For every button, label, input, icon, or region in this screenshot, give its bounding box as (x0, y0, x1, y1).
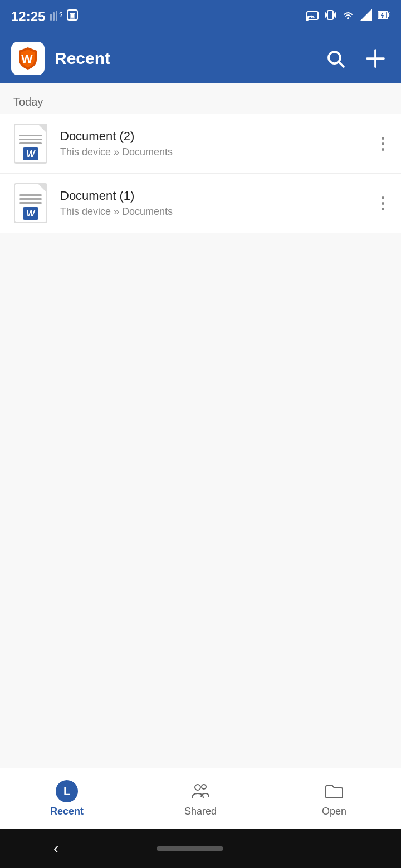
dot (382, 137, 384, 140)
cast-icon (306, 9, 319, 24)
app-logo: W (11, 42, 45, 75)
file-icon-doc1: W (11, 184, 50, 223)
file-path: This device » Documents (60, 206, 376, 218)
word-doc-thumbnail: W (14, 124, 47, 164)
svg-rect-0 (50, 14, 52, 21)
svg-text:▣: ▣ (69, 12, 75, 19)
status-left: 12:25 ? ▣ (11, 9, 79, 24)
toolbar: W Recent (0, 33, 401, 83)
signal-strength-icon (360, 9, 372, 24)
file-more-button[interactable] (376, 131, 390, 156)
dot (382, 196, 384, 199)
back-button[interactable]: ‹ (45, 835, 67, 862)
doc-line (19, 198, 42, 200)
word-doc-thumbnail: W (14, 183, 47, 223)
shared-icon (189, 780, 212, 802)
plus-icon (365, 48, 385, 68)
doc-line (19, 142, 42, 144)
recent-icon: L (56, 780, 78, 802)
tab-shared[interactable]: Shared (134, 768, 267, 829)
home-pill[interactable] (157, 846, 223, 851)
status-time: 12:25 (11, 9, 45, 24)
file-info-doc1: Document (1) This device » Documents (60, 189, 376, 218)
back-icon: ‹ (53, 840, 58, 857)
dot (382, 202, 384, 205)
toolbar-actions (321, 44, 390, 73)
file-name: Document (2) (60, 129, 376, 144)
svg-marker-10 (360, 9, 372, 21)
svg-line-18 (339, 62, 344, 67)
svg-point-22 (202, 785, 206, 789)
word-badge: W (23, 147, 38, 160)
file-item[interactable]: W Document (2) This device » Documents (0, 114, 401, 174)
svg-text:?: ? (59, 11, 62, 19)
toolbar-title: Recent (55, 49, 311, 68)
bottom-nav: L Recent Shared Open (0, 768, 401, 829)
tab-open[interactable]: Open (267, 768, 401, 829)
main-content: Today W Document (2) This device » Docum… (0, 83, 401, 768)
svg-text:W: W (21, 52, 33, 66)
dot (382, 142, 384, 145)
dot (382, 208, 384, 210)
doc-lines (19, 135, 42, 144)
svg-point-9 (347, 17, 349, 19)
file-path: This device » Documents (60, 146, 376, 158)
dot (382, 148, 384, 151)
svg-rect-13 (388, 13, 389, 17)
word-badge: W (23, 207, 38, 220)
svg-point-21 (195, 785, 200, 790)
vibrate-icon (324, 9, 336, 24)
svg-rect-2 (56, 11, 57, 21)
svg-rect-8 (327, 11, 333, 19)
file-item[interactable]: W Document (1) This device » Documents (0, 174, 401, 233)
file-info-doc2: Document (2) This device » Documents (60, 129, 376, 158)
open-icon (323, 780, 345, 802)
svg-rect-1 (53, 12, 55, 21)
status-right (306, 9, 390, 24)
search-button[interactable] (321, 44, 350, 73)
doc-line (19, 135, 42, 136)
search-icon (325, 48, 345, 68)
svg-point-7 (306, 18, 308, 21)
status-bar: 12:25 ? ▣ (0, 0, 401, 33)
tab-shared-label: Shared (184, 806, 217, 817)
file-more-button[interactable] (376, 191, 390, 216)
system-nav-bar: ‹ (0, 829, 401, 868)
section-today-header: Today (0, 83, 401, 114)
add-button[interactable] (361, 44, 390, 73)
doc-lines (19, 194, 42, 204)
doc-line (19, 202, 42, 204)
doc-line (19, 139, 42, 140)
svg-rect-14 (388, 12, 390, 13)
file-name: Document (1) (60, 189, 376, 203)
file-icon-doc2: W (11, 124, 50, 163)
tab-open-label: Open (322, 806, 346, 817)
tab-recent[interactable]: L Recent (0, 768, 134, 829)
doc-line (19, 194, 42, 196)
notification-icon: ▣ (66, 9, 79, 24)
file-list: W Document (2) This device » Documents (0, 114, 401, 233)
battery-icon (378, 9, 390, 24)
tab-recent-label: Recent (50, 806, 84, 817)
wifi-icon (342, 9, 354, 24)
signal-icon: ? (50, 9, 62, 24)
